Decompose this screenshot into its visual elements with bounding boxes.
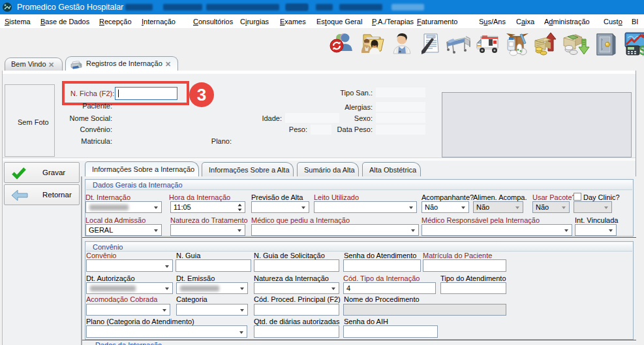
svg-text:$: $ [639,43,644,56]
